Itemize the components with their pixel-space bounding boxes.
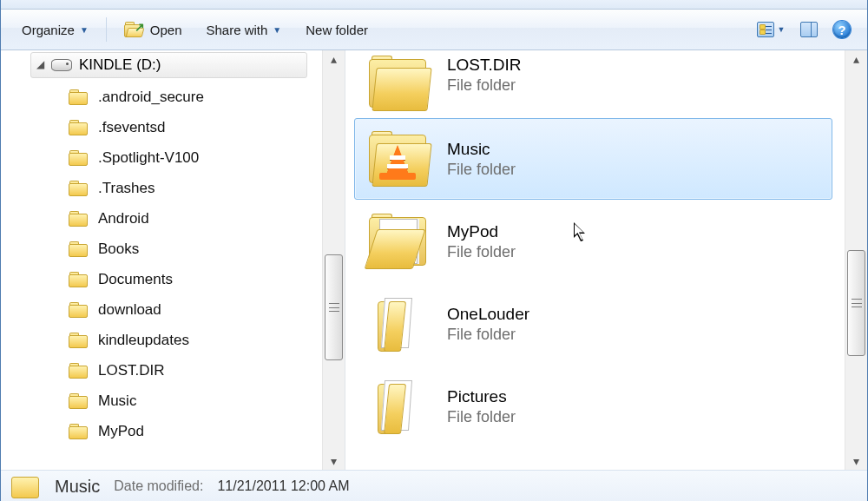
folder-icon — [69, 120, 88, 135]
tree-item[interactable]: Books — [69, 234, 322, 264]
views-icon — [757, 22, 774, 37]
tree-item[interactable]: LOST.DIR — [69, 355, 322, 386]
chevron-down-icon: ▼ — [778, 25, 786, 34]
folder-icon — [69, 333, 88, 348]
details-pane: Music Date modified: 11/21/2011 12:00 AM — [1, 470, 867, 501]
tree-children: .android_secure .fseventsd .Spotlight-V1… — [36, 82, 322, 446]
tree-item[interactable]: .fseventsd — [69, 112, 322, 142]
help-button[interactable]: ? — [827, 16, 857, 43]
drive-icon — [51, 59, 72, 71]
tree-item-label: Android — [98, 210, 149, 227]
help-icon: ? — [833, 21, 851, 38]
toolbar-separator — [106, 17, 107, 42]
content-pane: LOST.DIR File folder Music File folder M… — [345, 50, 867, 470]
preview-pane-button[interactable] — [794, 16, 824, 43]
tree-item[interactable]: .Trashes — [69, 173, 322, 203]
new-folder-button[interactable]: New folder — [295, 16, 378, 43]
folder-icon — [367, 56, 431, 104]
folder-icon — [69, 363, 88, 379]
tree-item-label: .Trashes — [98, 180, 155, 197]
folder-item[interactable]: LOST.DIR File folder — [354, 55, 832, 117]
tree-item-label: .Spotlight-V100 — [98, 149, 199, 167]
tree-item-label: Documents — [98, 271, 173, 288]
drive-label: KINDLE (D:) — [79, 56, 161, 74]
folder-icon — [69, 393, 88, 409]
scroll-up-icon[interactable]: ▴ — [323, 50, 345, 68]
tree-item[interactable]: .Spotlight-V100 — [69, 142, 322, 173]
folder-icon — [10, 474, 41, 498]
folder-icon — [69, 424, 88, 439]
item-name: MyPod — [447, 222, 516, 241]
item-type: File folder — [447, 326, 529, 344]
scroll-track[interactable] — [323, 68, 345, 452]
folder-icon — [69, 150, 88, 166]
item-name: OneLouder — [447, 305, 529, 324]
tree-item[interactable]: Music — [69, 386, 322, 416]
details-name: Music — [55, 477, 100, 497]
tree-item-label: Music — [98, 392, 136, 410]
folder-icon — [367, 296, 431, 352]
folder-item[interactable]: MyPod File folder — [354, 201, 832, 282]
scroll-thumb[interactable] — [847, 250, 865, 356]
folder-icon — [69, 89, 88, 105]
tree-drive-node[interactable]: ◢ KINDLE (D:) — [30, 52, 307, 78]
organize-label: Organize — [22, 23, 75, 37]
organize-menu[interactable]: Organize ▼ — [11, 16, 99, 43]
preview-pane-icon — [800, 22, 818, 37]
tree-item-label: Books — [98, 241, 139, 258]
item-type: File folder — [447, 76, 522, 95]
item-type: File folder — [447, 243, 516, 261]
explorer-window: Organize ▼ ↗ Open Share with ▼ New folde… — [0, 0, 868, 501]
scroll-down-icon[interactable]: ▾ — [323, 452, 345, 470]
folder-icon — [69, 272, 88, 287]
tree-item[interactable]: .android_secure — [69, 82, 322, 112]
folder-item-selected[interactable]: Music File folder — [354, 118, 832, 200]
scroll-up-icon[interactable]: ▴ — [845, 50, 867, 68]
share-with-label: Share with — [206, 23, 267, 37]
item-name: LOST.DIR — [447, 56, 522, 75]
tree-item-label: kindleupdates — [98, 332, 189, 349]
scroll-track[interactable] — [845, 68, 867, 452]
folder-item[interactable]: OneLouder File folder — [354, 283, 832, 365]
folder-icon — [69, 241, 88, 257]
tree-item[interactable]: MyPod — [69, 416, 322, 446]
tree-item[interactable]: kindleupdates — [69, 325, 322, 355]
folder-item[interactable]: Pictures File folder — [354, 366, 832, 447]
item-type: File folder — [447, 161, 516, 179]
main-split: ◢ KINDLE (D:) .android_secure .fseventsd… — [1, 50, 867, 470]
tree-item[interactable]: download — [69, 294, 322, 325]
tree-item-label: .android_secure — [98, 89, 204, 106]
folder-icon — [69, 211, 88, 227]
folder-icon — [367, 379, 431, 434]
folder-icon-vlc — [367, 131, 431, 187]
item-name: Pictures — [447, 387, 516, 406]
chevron-down-icon: ▼ — [273, 25, 281, 35]
chevron-down-icon: ▼ — [80, 25, 89, 35]
content-scrollbar[interactable]: ▴ ▾ — [845, 50, 867, 470]
open-label: Open — [150, 23, 182, 37]
change-view-button[interactable]: ▼ — [751, 16, 791, 43]
item-name: Music — [447, 140, 516, 159]
open-button[interactable]: ↗ Open — [114, 16, 193, 43]
details-modified-label: Date modified: — [114, 478, 203, 494]
tree-item[interactable]: Documents — [69, 264, 322, 294]
tree-item-label: MyPod — [98, 423, 144, 440]
folder-icon — [69, 302, 88, 318]
tree-item-label: LOST.DIR — [98, 362, 165, 379]
open-folder-icon: ↗ — [124, 22, 143, 37]
tree-item[interactable]: Android — [69, 203, 322, 234]
nav-scrollbar[interactable]: ▴ ▾ — [322, 50, 345, 470]
scroll-down-icon[interactable]: ▾ — [845, 452, 867, 470]
tree-item-label: download — [98, 301, 161, 319]
share-with-menu[interactable]: Share with ▼ — [195, 16, 292, 43]
folder-icon — [69, 181, 88, 196]
details-modified-value: 11/21/2011 12:00 AM — [217, 478, 349, 494]
new-folder-label: New folder — [306, 23, 368, 37]
tree-item-label: .fseventsd — [98, 119, 166, 136]
expand-collapse-icon[interactable]: ◢ — [36, 58, 44, 70]
navigation-pane: ◢ KINDLE (D:) .android_secure .fseventsd… — [1, 50, 345, 470]
scroll-thumb[interactable] — [325, 254, 343, 360]
address-bar-partial — [1, 0, 867, 10]
item-type: File folder — [447, 408, 516, 426]
folder-icon — [367, 214, 431, 269]
